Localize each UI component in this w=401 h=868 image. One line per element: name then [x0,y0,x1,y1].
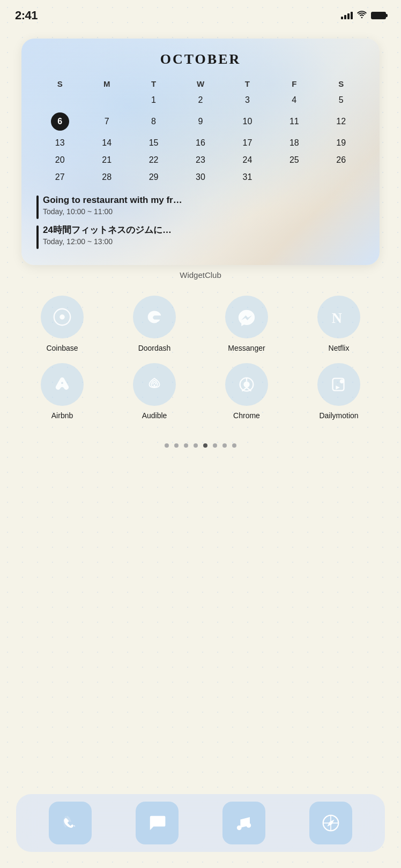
weekday-mon: M [83,76,130,92]
app-label-messenger: Messanger [228,344,265,352]
event-bar [36,195,39,219]
cal-day: 13 [36,134,83,152]
cal-day: 31 [224,169,271,186]
page-dot-1[interactable] [165,443,169,448]
cal-day: 28 [83,169,130,186]
dock-messages[interactable] [136,802,179,844]
audible-icon[interactable] [133,363,176,406]
table-row: 6 7 8 9 10 11 12 [36,109,365,134]
event-content: 24時間フィットネスのジムに… Today, 12:00 ~ 13:00 [43,224,172,246]
cal-day [318,169,365,186]
cal-day: 7 [83,109,130,134]
app-netflix[interactable]: N Netflix [293,290,385,358]
cal-day: 23 [177,152,224,169]
table-row: 20 21 22 23 24 25 26 [36,152,365,169]
signal-icon [341,12,353,19]
app-label-chrome: Chrome [233,411,260,420]
app-label-audible: Audible [142,411,167,420]
cal-day: 15 [130,134,177,152]
page-dot-4[interactable] [194,443,198,448]
page-dot-7[interactable] [222,443,227,448]
list-item[interactable]: 24時間フィットネスのジムに… Today, 12:00 ~ 13:00 [36,224,365,249]
event-title: 24時間フィットネスのジムに… [43,224,172,236]
event-bar [36,225,39,249]
airbnb-icon[interactable] [41,363,84,406]
dock-music[interactable] [222,802,265,844]
page-dot-6[interactable] [213,443,217,448]
app-airbnb[interactable]: Airbnb [16,358,108,425]
cal-day: 3 [224,92,271,109]
svg-text:N: N [332,310,342,326]
calendar-events: Going to restaurant with my fr… Today, 1… [36,194,365,249]
cal-day: 21 [83,152,130,169]
weekday-tue: T [130,76,177,92]
cal-day-today: 6 [36,109,83,134]
cal-day: 17 [224,134,271,152]
page-dot-8[interactable] [232,443,236,448]
wifi-icon [357,11,367,20]
app-messenger[interactable]: Messanger [200,290,293,358]
event-content: Going to restaurant with my fr… Today, 1… [43,194,182,216]
cal-day: 30 [177,169,224,186]
dock-phone[interactable] [49,802,92,844]
app-label-airbnb: Airbnb [51,411,73,420]
svg-point-10 [340,380,344,384]
calendar-widget-container[interactable]: OCTOBER S M T W T F S 1 2 [21,39,380,265]
svg-point-1 [60,314,65,320]
app-label-doordash: Doordash [138,344,171,352]
cal-day: 20 [36,152,83,169]
cal-day: 11 [271,109,317,134]
cal-day [271,169,317,186]
cal-day: 9 [177,109,224,134]
netflix-icon[interactable]: N [317,296,360,338]
table-row: 13 14 15 16 17 18 19 [36,134,365,152]
table-row: 27 28 29 30 31 [36,169,365,186]
app-dailymotion[interactable]: Dailymotion [293,358,385,425]
calendar-month: OCTOBER [36,51,365,67]
svg-point-12 [237,825,242,830]
cal-day [36,92,83,109]
calendar-grid: S M T W T F S 1 2 3 4 5 [36,76,365,186]
weekday-fri: F [271,76,317,92]
messenger-icon[interactable] [225,296,268,338]
app-chrome[interactable]: Chrome [200,358,293,425]
chrome-icon[interactable] [225,363,268,406]
svg-point-3 [153,384,155,387]
page-dot-2[interactable] [174,443,179,448]
event-title: Going to restaurant with my fr… [43,194,182,206]
cal-day: 29 [130,169,177,186]
cal-day: 18 [271,134,317,152]
event-time: Today, 10:00 ~ 11:00 [43,207,182,216]
app-dock [16,794,385,852]
weekday-sat: S [318,76,365,92]
doordash-icon[interactable] [133,296,176,338]
cal-day: 10 [224,109,271,134]
status-icons [341,11,386,20]
cal-day: 19 [318,134,365,152]
app-audible[interactable]: Audible [108,358,200,425]
page-dot-3[interactable] [184,443,188,448]
status-bar: 2:41 [0,0,401,28]
table-row: 1 2 3 4 5 [36,92,365,109]
calendar-widget[interactable]: OCTOBER S M T W T F S 1 2 [21,39,380,265]
widget-club-label: WidgetClub [0,270,401,280]
dailymotion-icon[interactable] [317,363,360,406]
page-dot-5-active[interactable] [203,443,207,448]
cal-day: 22 [130,152,177,169]
battery-icon [371,12,386,19]
dock-safari[interactable] [309,802,352,844]
app-doordash[interactable]: Doordash [108,290,200,358]
cal-day: 26 [318,152,365,169]
app-label-coinbase: Coinbase [46,344,78,352]
page-indicator [0,438,401,453]
weekday-sun: S [36,76,83,92]
app-coinbase[interactable]: Coinbase [16,290,108,358]
coinbase-icon[interactable] [41,296,84,338]
cal-day: 14 [83,134,130,152]
app-grid-row1: Coinbase Doordash Messanger N Netflix [0,280,401,358]
cal-day: 16 [177,134,224,152]
list-item[interactable]: Going to restaurant with my fr… Today, 1… [36,194,365,219]
app-label-netflix: Netflix [329,344,350,352]
cal-day: 5 [318,92,365,109]
cal-day: 27 [36,169,83,186]
